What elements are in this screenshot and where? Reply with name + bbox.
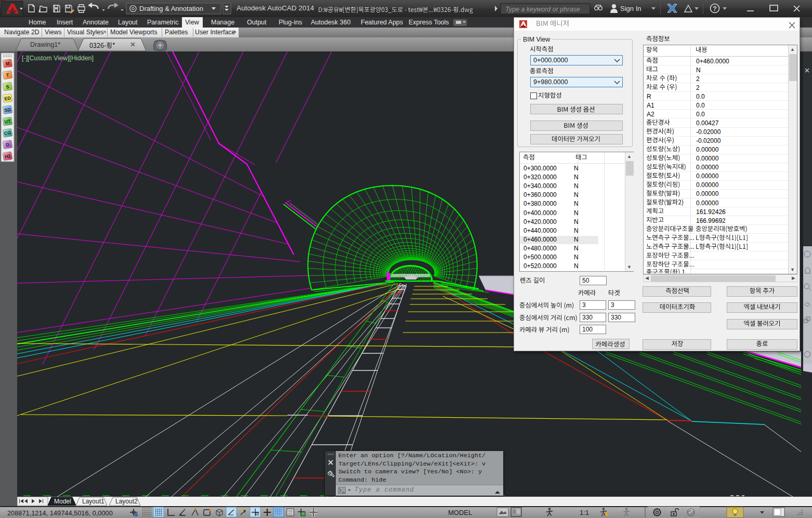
- svg-text:M: M: [5, 61, 10, 67]
- svg-text:ED: ED: [4, 96, 11, 102]
- svg-text:1:1: 1:1: [580, 509, 589, 516]
- svg-text:?: ?: [713, 5, 716, 12]
- svg-text:H2: H2: [4, 153, 11, 160]
- svg-text:UT: UT: [4, 118, 11, 125]
- svg-text:Drafting & Annotation: Drafting & Annotation: [139, 5, 203, 12]
- svg-text:SD: SD: [4, 107, 11, 113]
- svg-text:CG: CG: [4, 130, 11, 136]
